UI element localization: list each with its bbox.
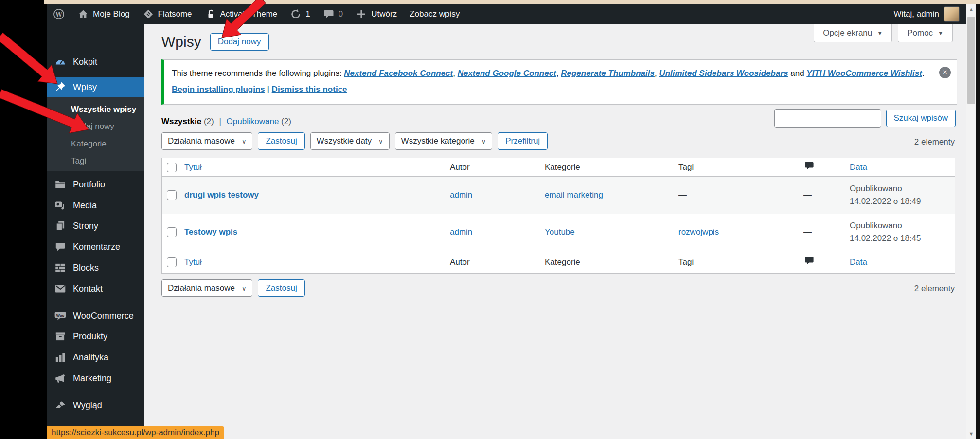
sidebar-item-blocks[interactable]: Blocks [47, 257, 144, 278]
sidebar-subitem-categories[interactable]: Kategorie [47, 135, 144, 153]
comments-column-icon [803, 160, 815, 172]
sidebar-label-woocommerce: WooCommerce [73, 311, 134, 321]
search-posts-button[interactable]: Szukaj wpisów [886, 110, 956, 127]
flatsome-diamond-icon [143, 8, 154, 20]
sidebar-item-marketing[interactable]: Marketing [47, 368, 144, 388]
sidebar-label-produkty: Produkty [73, 331, 107, 342]
help-button[interactable]: Pomoc ▼ [898, 24, 953, 42]
pushpin-icon [54, 81, 67, 93]
plugin-link-regenerate-thumbnails[interactable]: Regenerate Thumbnails [561, 69, 655, 78]
add-new-post-button[interactable]: Dodaj nowy [210, 33, 269, 51]
plugin-link-woosidebars[interactable]: Unlimited Sidebars Woosidebars [659, 69, 788, 78]
user-avatar[interactable] [944, 6, 960, 22]
bar-chart-icon [54, 351, 67, 364]
view-posts-label: Zobacz wpisy [410, 9, 460, 19]
row-checkbox[interactable] [167, 190, 177, 200]
chevron-down-icon: ▼ [877, 30, 883, 37]
column-header-author: Autor [447, 163, 542, 172]
sidebar-label-analityka: Analityka [73, 352, 108, 363]
admin-bar-updates[interactable]: 1 [284, 4, 316, 24]
column-footer-date[interactable]: Data [847, 257, 955, 267]
dates-select[interactable]: Wszystkie daty ∨ [310, 132, 390, 150]
content-area: Opcje ekranu ▼ Pomoc ▼ Wpisy Dodaj nowy … [144, 24, 966, 439]
categories-select[interactable]: Wszystkie kategorie ∨ [395, 132, 493, 150]
views-filter: Wszystkie (2) | Opublikowane (2) [161, 117, 291, 127]
plugin-link-nextend-facebook[interactable]: Nextend Facebook Connect [344, 69, 453, 78]
tag-link[interactable]: rozwojwpis [678, 227, 719, 237]
dismiss-notice-icon[interactable]: ✕ [939, 67, 951, 78]
scrollbar-up-icon[interactable]: ▲ [966, 4, 976, 15]
post-title-link[interactable]: drugi wpis testowy [184, 190, 259, 200]
wordpress-logo-icon: W [53, 8, 65, 20]
post-title-link[interactable]: Testowy wpis [184, 227, 237, 237]
bulk-actions-select[interactable]: Działania masowe ∨ [161, 132, 252, 150]
column-footer-title[interactable]: Tytuł [181, 257, 447, 267]
author-link[interactable]: admin [450, 190, 472, 200]
begin-installing-link[interactable]: Begin installing plugins [172, 85, 265, 94]
sidebar-subitem-add-new[interactable]: Dodaj nowy [47, 118, 144, 135]
chevron-down-icon: ∨ [242, 285, 247, 292]
apply-button[interactable]: Zastosuj [258, 132, 304, 150]
new-content-label: Utwórz [371, 9, 397, 19]
sidebar-item-comments[interactable]: Komentarze [47, 237, 144, 257]
sidebar-item-contact[interactable]: Kontakt [47, 278, 144, 299]
dismiss-notice-link[interactable]: Dismiss this notice [272, 85, 347, 94]
sidebar-item-woocommerce[interactable]: Woo WooCommerce [47, 306, 144, 326]
plugin-link-yith-wishlist[interactable]: YITH WooCommerce Wishlist [806, 69, 922, 78]
screen-options-button[interactable]: Opcje ekranu ▼ [814, 24, 892, 42]
plugin-link-nextend-google[interactable]: Nextend Google Connect [458, 69, 556, 78]
sidebar-item-posts[interactable]: Wpisy [47, 77, 144, 97]
admin-bar-new-content[interactable]: Utwórz [349, 4, 403, 24]
dashboard-gauge-icon [54, 55, 67, 68]
view-published-link[interactable]: Opublikowane (2) [227, 117, 291, 126]
admin-sidebar: Kokpit Flatsome Wpisy Wszystkie wpisy Do… [47, 24, 144, 439]
search-input[interactable] [774, 109, 881, 128]
table-footer-row: Tytuł Autor Kategorie Tagi Data [162, 251, 955, 273]
admin-greeting[interactable]: Witaj, admin [893, 9, 939, 19]
sidebar-item-dashboard[interactable]: Kokpit [47, 52, 144, 72]
megaphone-icon [54, 372, 67, 384]
sidebar-item-analytics[interactable]: Analityka [47, 347, 144, 367]
row-checkbox[interactable] [167, 227, 177, 237]
updates-icon [290, 8, 302, 20]
woocommerce-icon: Woo [54, 310, 67, 322]
filter-button[interactable]: Przefiltruj [498, 132, 548, 150]
window-right-edge [976, 4, 980, 439]
chevron-down-icon: ∨ [242, 138, 247, 145]
wordpress-logo-menu[interactable]: W [47, 4, 71, 24]
author-link[interactable]: admin [450, 227, 472, 237]
chevron-down-icon: ▼ [938, 30, 944, 37]
sidebar-subitem-all-posts[interactable]: Wszystkie wpisy [47, 101, 144, 118]
sidebar-item-appearance[interactable]: Wygląd [47, 395, 144, 416]
view-all-link[interactable]: Wszystkie (2) [161, 117, 214, 126]
bulk-actions-select-bottom[interactable]: Działania masowe ∨ [161, 279, 252, 297]
plus-icon [356, 8, 367, 20]
admin-bar-site-name[interactable]: Moje Blog [71, 4, 136, 24]
admin-bar-comments[interactable]: 0 [317, 4, 349, 24]
select-all-checkbox[interactable] [167, 257, 177, 267]
comments-count: 0 [339, 9, 343, 19]
theme-plugins-notice: This theme recommends the following plug… [161, 59, 957, 105]
sidebar-item-pages[interactable]: Strony [47, 216, 144, 236]
admin-bar-activate-theme[interactable]: Activate Theme [198, 4, 284, 24]
table-row: drugi wpis testowy admin email marketing… [162, 177, 955, 214]
posts-table: Tytuł Autor Kategorie Tagi Data drugi wp… [161, 158, 955, 274]
column-header-title[interactable]: Tytuł [181, 163, 447, 172]
category-link[interactable]: email marketing [545, 190, 603, 200]
column-header-categories: Kategorie [542, 163, 676, 172]
sidebar-item-portfolio[interactable]: Portfolio [47, 174, 144, 195]
sidebar-item-media[interactable]: Media [47, 195, 144, 216]
sidebar-label-wyglad: Wygląd [73, 401, 102, 411]
sidebar-subitem-tags[interactable]: Tagi [47, 152, 144, 170]
apply-button-bottom[interactable]: Zastosuj [258, 279, 304, 297]
admin-bar-view-posts[interactable]: Zobacz wpisy [403, 4, 466, 24]
select-all-checkbox[interactable] [167, 163, 177, 172]
column-header-date[interactable]: Data [847, 163, 955, 172]
scrollbar-down-icon[interactable]: ▼ [966, 428, 976, 439]
category-link[interactable]: Youtube [545, 227, 575, 237]
admin-bar-flatsome[interactable]: Flatsome [136, 4, 198, 24]
scrollbar-thumb[interactable] [967, 17, 975, 104]
vertical-scrollbar[interactable]: ▲ ▼ [966, 4, 976, 439]
envelope-icon [54, 282, 67, 295]
sidebar-item-products[interactable]: Produkty [47, 326, 144, 347]
